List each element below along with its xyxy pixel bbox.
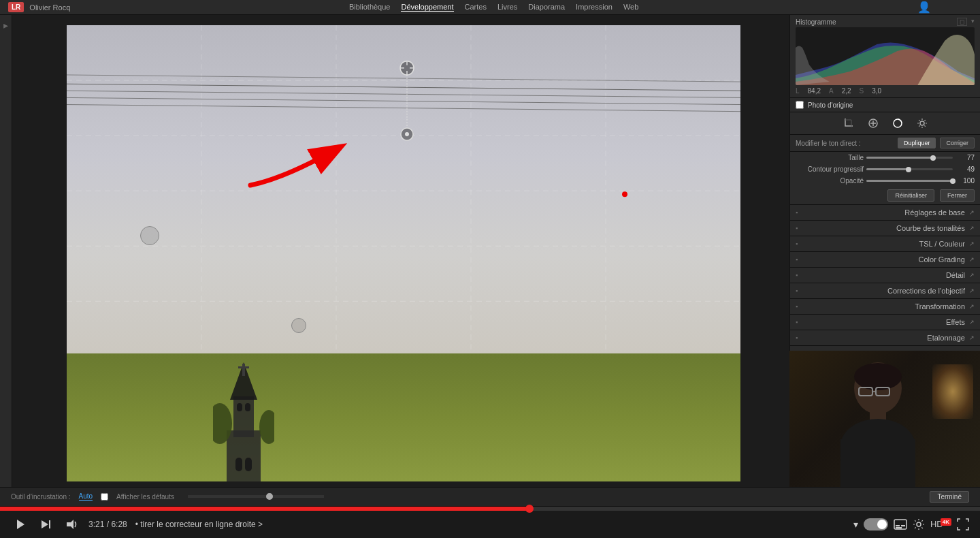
fullscreen-button[interactable]: [957, 518, 969, 531]
reinitialiser-button[interactable]: Réinitialiser: [887, 189, 934, 202]
person-silhouette: [810, 358, 946, 487]
bullet-corrections: ▪: [796, 287, 802, 294]
nav-bibliotheque[interactable]: Bibliothèque: [349, 3, 391, 12]
nav-livres[interactable]: Livres: [497, 3, 517, 12]
contour-thumb[interactable]: [906, 167, 911, 172]
section-courbe-tonalites[interactable]: ▪ Courbe des tonalités ↗: [790, 221, 980, 236]
svg-point-40: [854, 363, 902, 390]
svg-rect-27: [238, 366, 249, 368]
section-effets[interactable]: ▪ Effets ↗: [790, 315, 980, 330]
svg-line-10: [67, 91, 740, 97]
label-etalonnage: Etalonnage: [805, 334, 965, 342]
webcam-background: [789, 351, 980, 487]
nav-diaporama[interactable]: Diaporama: [528, 3, 565, 12]
background-light: [932, 364, 973, 419]
total-time: 6:28: [111, 520, 127, 529]
nav-developpement[interactable]: Développement: [401, 3, 453, 12]
photo-origine-label: Photo d'origine: [808, 101, 853, 109]
progress-bar-dot[interactable]: [525, 505, 534, 513]
contour-row: Contour progressif 49: [790, 163, 980, 175]
circle-marker-left: [140, 226, 159, 245]
terminer-button[interactable]: Terminé: [930, 491, 969, 503]
bullet-etalonnage: ▪: [796, 334, 802, 341]
histogram-expand[interactable]: ◻: [957, 18, 967, 26]
section-reglages-base[interactable]: ▪ Réglages de base ↗: [790, 205, 980, 221]
chapters-dropdown[interactable]: ▾: [853, 519, 858, 530]
tool-crop[interactable]: [842, 116, 855, 130]
dupliquer-button[interactable]: Dupliquer: [898, 138, 936, 148]
taille-thumb[interactable]: [930, 155, 936, 161]
progress-bar-area[interactable]: [0, 507, 980, 511]
afficher-defauts-checkbox[interactable]: [101, 493, 108, 501]
opacite-value: 100: [956, 177, 975, 185]
contour-value: 49: [956, 165, 975, 173]
label-detail: Détail: [805, 271, 965, 279]
left-panel-label: ◀: [3, 23, 10, 30]
svg-line-12: [67, 105, 740, 112]
tool-heal[interactable]: [866, 116, 880, 130]
svg-point-55: [917, 522, 921, 526]
toolbar-slider-thumb[interactable]: [266, 493, 273, 500]
arrow-transformation: ↗: [969, 303, 975, 310]
toolbar-slider[interactable]: [188, 495, 324, 498]
webcam-overlay: [789, 351, 980, 487]
section-color-grading[interactable]: ▪ Color Grading ↗: [790, 252, 980, 268]
outil-value: Auto: [79, 492, 93, 501]
svg-marker-48: [42, 520, 48, 528]
svg-rect-49: [49, 520, 50, 528]
opacite-thumb[interactable]: [950, 178, 956, 184]
histogram-collapse[interactable]: ▾: [971, 18, 975, 26]
section-tsl-couleur[interactable]: ▪ TSL / Couleur ↗: [790, 236, 980, 252]
tool-icons-row: [790, 112, 980, 135]
histogram-header: Histogramme ◻ ▾: [796, 18, 975, 26]
svg-rect-30: [235, 458, 242, 471]
nav-web[interactable]: Web: [623, 3, 638, 12]
section-detail[interactable]: ▪ Détail ↗: [790, 268, 980, 283]
histogram-svg: [796, 27, 975, 85]
svg-rect-52: [896, 525, 900, 526]
contour-slider[interactable]: [866, 168, 953, 170]
label-effets: Effets: [805, 318, 965, 326]
nav-impression[interactable]: Impression: [576, 3, 612, 12]
bullet-effets: ▪: [796, 319, 802, 326]
bullet-transformation: ▪: [796, 303, 802, 310]
account-icon[interactable]: 👤: [917, 1, 931, 13]
ton-direct-buttons: Dupliquer Corriger: [898, 138, 975, 148]
stat-l-value: 84,2: [808, 87, 821, 95]
section-corrections-objectif[interactable]: ▪ Corrections de l'objectif ↗: [790, 283, 980, 299]
tool-adjustment[interactable]: [891, 116, 904, 130]
stat-a-value: 2,2: [842, 87, 851, 95]
play-button[interactable]: [11, 517, 29, 532]
section-transformation[interactable]: ▪ Transformation ↗: [790, 299, 980, 315]
toolbar-spacer: [182, 495, 921, 498]
corriger-button[interactable]: Corriger: [940, 138, 975, 148]
opacite-row: Opacité 100: [790, 175, 980, 187]
photo-origine-checkbox[interactable]: [796, 101, 804, 109]
contour-label: Contour progressif: [796, 165, 864, 173]
volume-button[interactable]: [63, 517, 80, 532]
histogram-title: Histogramme: [796, 18, 836, 26]
nav-right-spacer: 👤: [917, 1, 972, 14]
label-corrections-objectif: Corrections de l'objectif: [805, 287, 965, 295]
ton-direct-header: Modifier le ton direct : Dupliquer Corri…: [790, 135, 980, 152]
section-etalonnage[interactable]: ▪ Etalonnage ↗: [790, 330, 980, 346]
subtitles-button[interactable]: [894, 519, 907, 530]
nav-cartes[interactable]: Cartes: [465, 3, 487, 12]
fermer-button[interactable]: Fermer: [940, 189, 975, 202]
arrow-corrections-objectif: ↗: [969, 287, 975, 294]
autoplay-toggle[interactable]: [864, 518, 888, 531]
taille-row: Taille 77: [790, 152, 980, 163]
annotation-arrow: [244, 127, 414, 195]
tool-settings[interactable]: [915, 116, 929, 130]
opacite-slider[interactable]: [866, 180, 953, 182]
label-reglages-base: Réglages de base: [805, 208, 965, 217]
quality-badge-container: HD 4K: [930, 519, 951, 529]
skip-next-button[interactable]: [37, 517, 54, 532]
sky-area: [67, 25, 740, 353]
arrow-etalonnage: ↗: [969, 334, 975, 341]
taille-slider[interactable]: [866, 157, 953, 159]
app-logo: LR: [8, 2, 24, 12]
stat-s-label: S: [860, 87, 864, 95]
settings-button[interactable]: [913, 518, 925, 531]
svg-line-11: [67, 97, 740, 104]
